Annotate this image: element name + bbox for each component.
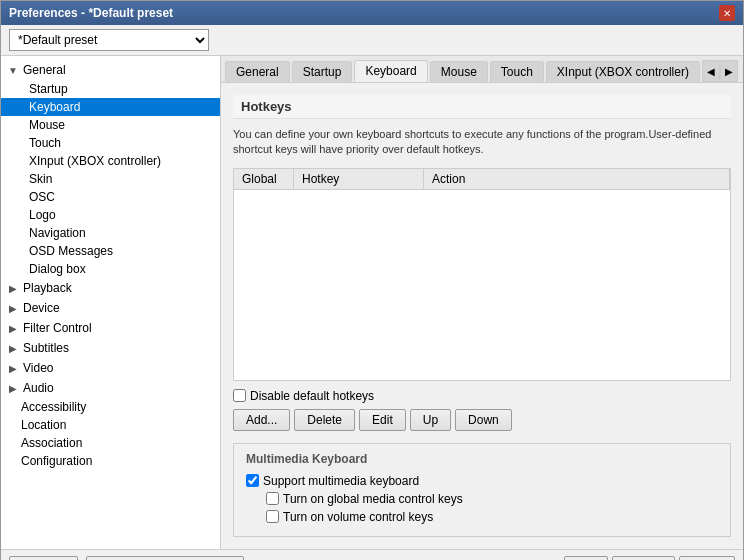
tab-nav-left[interactable]: ◀ xyxy=(702,60,720,82)
sidebar-item-device[interactable]: ▶ Device xyxy=(1,298,220,318)
sidebar-item-navigation[interactable]: Navigation xyxy=(1,224,220,242)
cancel-button[interactable]: Cancel xyxy=(612,556,675,560)
bottom-left: Initialize Export Current Presets... xyxy=(9,556,244,560)
sidebar-item-xinput[interactable]: XInput (XBOX controller) xyxy=(1,152,220,170)
close-button[interactable]: ✕ xyxy=(719,5,735,21)
sidebar-item-subtitles[interactable]: ▶ Subtitles xyxy=(1,338,220,358)
main-area: ▼ General Startup Keyboard Mouse xyxy=(1,56,743,549)
sidebar-item-keyboard[interactable]: Keyboard xyxy=(1,98,220,116)
sidebar-label-audio: Audio xyxy=(23,381,54,395)
sidebar-label-skin: Skin xyxy=(29,172,52,186)
bottom-bar: Initialize Export Current Presets... OK … xyxy=(1,549,743,560)
global-media-row: Turn on global media control keys xyxy=(266,492,718,506)
sidebar-label-association: Association xyxy=(21,436,82,450)
down-button[interactable]: Down xyxy=(455,409,512,431)
expand-icon-subtitles: ▶ xyxy=(5,340,21,356)
sidebar-item-skin[interactable]: Skin xyxy=(1,170,220,188)
sidebar-label-video: Video xyxy=(23,361,53,375)
col-hotkey: Hotkey xyxy=(294,169,424,189)
support-multimedia-row: Support multimedia keyboard xyxy=(246,474,718,488)
expand-icon-video: ▶ xyxy=(5,360,21,376)
tab-general[interactable]: General xyxy=(225,61,290,82)
support-multimedia-label: Support multimedia keyboard xyxy=(263,474,419,488)
bottom-right: OK Cancel Apply xyxy=(564,556,735,560)
sidebar-label-device: Device xyxy=(23,301,60,315)
hotkeys-table-container: Global Hotkey Action xyxy=(233,168,731,381)
table-header: Global Hotkey Action xyxy=(234,169,730,190)
sidebar-item-touch[interactable]: Touch xyxy=(1,134,220,152)
support-multimedia-checkbox[interactable] xyxy=(246,474,259,487)
expand-icon-device: ▶ xyxy=(5,300,21,316)
sidebar-item-video[interactable]: ▶ Video xyxy=(1,358,220,378)
add-button[interactable]: Add... xyxy=(233,409,290,431)
apply-button[interactable]: Apply xyxy=(679,556,735,560)
tab-mouse[interactable]: Mouse xyxy=(430,61,488,82)
sidebar-item-mouse[interactable]: Mouse xyxy=(1,116,220,134)
tab-touch[interactable]: Touch xyxy=(490,61,544,82)
sidebar-label-touch: Touch xyxy=(29,136,61,150)
global-media-checkbox[interactable] xyxy=(266,492,279,505)
multimedia-title: Multimedia Keyboard xyxy=(246,452,718,466)
tab-nav-right[interactable]: ▶ xyxy=(720,60,738,82)
preset-select[interactable]: *Default preset xyxy=(9,29,209,51)
volume-control-row: Turn on volume control keys xyxy=(266,510,718,524)
sidebar-label-xinput: XInput (XBOX controller) xyxy=(29,154,161,168)
initialize-button[interactable]: Initialize xyxy=(9,556,78,560)
col-action: Action xyxy=(424,169,730,189)
sidebar-item-accessibility[interactable]: Accessibility xyxy=(1,398,220,416)
sidebar-label-configuration: Configuration xyxy=(21,454,92,468)
export-button[interactable]: Export Current Presets... xyxy=(86,556,244,560)
expand-icon-filter-control: ▶ xyxy=(5,320,21,336)
sidebar-item-configuration[interactable]: Configuration xyxy=(1,452,220,470)
sidebar-item-filter-control[interactable]: ▶ Filter Control xyxy=(1,318,220,338)
sidebar-item-association[interactable]: Association xyxy=(1,434,220,452)
ok-button[interactable]: OK xyxy=(564,556,607,560)
sidebar-label-osc: OSC xyxy=(29,190,55,204)
hotkeys-title: Hotkeys xyxy=(241,99,292,114)
tab-startup[interactable]: Startup xyxy=(292,61,353,82)
keyboard-panel: Hotkeys You can define your own keyboard… xyxy=(221,83,743,549)
sidebar-item-logo[interactable]: Logo xyxy=(1,206,220,224)
sidebar: ▼ General Startup Keyboard Mouse xyxy=(1,56,221,549)
expand-icon-playback: ▶ xyxy=(5,280,21,296)
expand-icon-general: ▼ xyxy=(5,62,21,78)
preferences-window: Preferences - *Default preset ✕ *Default… xyxy=(0,0,744,560)
sidebar-item-startup[interactable]: Startup xyxy=(1,80,220,98)
volume-control-checkbox[interactable] xyxy=(266,510,279,523)
sidebar-label-logo: Logo xyxy=(29,208,56,222)
sidebar-label-filter-control: Filter Control xyxy=(23,321,92,335)
sidebar-label-location: Location xyxy=(21,418,66,432)
title-bar: Preferences - *Default preset ✕ xyxy=(1,1,743,25)
sidebar-item-osc[interactable]: OSC xyxy=(1,188,220,206)
sidebar-label-dialog-box: Dialog box xyxy=(29,262,86,276)
hotkeys-buttons-row: Add... Delete Edit Up Down xyxy=(233,409,731,431)
tabs-bar: General Startup Keyboard Mouse Touch xyxy=(221,56,743,83)
sidebar-label-startup: Startup xyxy=(29,82,68,96)
sidebar-item-osd-messages[interactable]: OSD Messages xyxy=(1,242,220,260)
hotkeys-section-header: Hotkeys xyxy=(233,95,731,119)
tab-xinput[interactable]: XInput (XBOX controller) xyxy=(546,61,700,82)
delete-button[interactable]: Delete xyxy=(294,409,355,431)
sidebar-label-subtitles: Subtitles xyxy=(23,341,69,355)
disable-hotkeys-checkbox[interactable] xyxy=(233,389,246,402)
sidebar-item-dialog-box[interactable]: Dialog box xyxy=(1,260,220,278)
sidebar-label-keyboard: Keyboard xyxy=(29,100,80,114)
sidebar-item-playback[interactable]: ▶ Playback xyxy=(1,278,220,298)
edit-button[interactable]: Edit xyxy=(359,409,406,431)
disable-hotkeys-label: Disable default hotkeys xyxy=(250,389,374,403)
volume-control-label: Turn on volume control keys xyxy=(283,510,433,524)
preset-bar: *Default preset xyxy=(1,25,743,56)
table-body xyxy=(234,190,730,380)
hotkeys-description: You can define your own keyboard shortcu… xyxy=(233,127,731,158)
expand-icon-audio: ▶ xyxy=(5,380,21,396)
multimedia-section: Multimedia Keyboard Support multimedia k… xyxy=(233,443,731,537)
tab-keyboard[interactable]: Keyboard xyxy=(354,60,427,82)
sidebar-label-general: General xyxy=(23,63,66,77)
sidebar-item-location[interactable]: Location xyxy=(1,416,220,434)
right-panel: General Startup Keyboard Mouse Touch xyxy=(221,56,743,549)
up-button[interactable]: Up xyxy=(410,409,451,431)
window-title: Preferences - *Default preset xyxy=(9,6,173,20)
sidebar-item-general[interactable]: ▼ General xyxy=(1,60,220,80)
sidebar-item-audio[interactable]: ▶ Audio xyxy=(1,378,220,398)
sidebar-label-osd-messages: OSD Messages xyxy=(29,244,113,258)
